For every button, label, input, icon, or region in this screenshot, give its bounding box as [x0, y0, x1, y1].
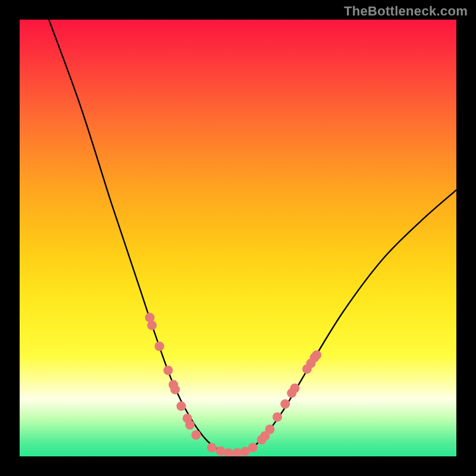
plot-area	[20, 20, 456, 456]
data-dot	[147, 321, 156, 330]
data-dot	[280, 399, 290, 409]
data-dot	[248, 443, 258, 452]
data-dot	[177, 402, 186, 411]
bottleneck-curve	[49, 20, 456, 453]
data-dot	[224, 448, 233, 456]
chart-frame: TheBottleneck.com	[0, 0, 476, 476]
data-dot	[164, 365, 173, 375]
data-dot	[170, 385, 180, 394]
data-dot	[192, 430, 201, 440]
data-dot	[312, 350, 321, 360]
watermark-text: TheBottleneck.com	[344, 4, 468, 19]
data-dots	[145, 313, 321, 456]
data-dot	[185, 420, 195, 430]
data-dot	[216, 446, 226, 456]
data-dot	[290, 384, 299, 393]
data-dot	[155, 342, 164, 351]
data-dot	[207, 443, 217, 452]
chart-svg	[20, 20, 456, 456]
data-dot	[265, 424, 275, 434]
data-dot	[273, 412, 282, 422]
